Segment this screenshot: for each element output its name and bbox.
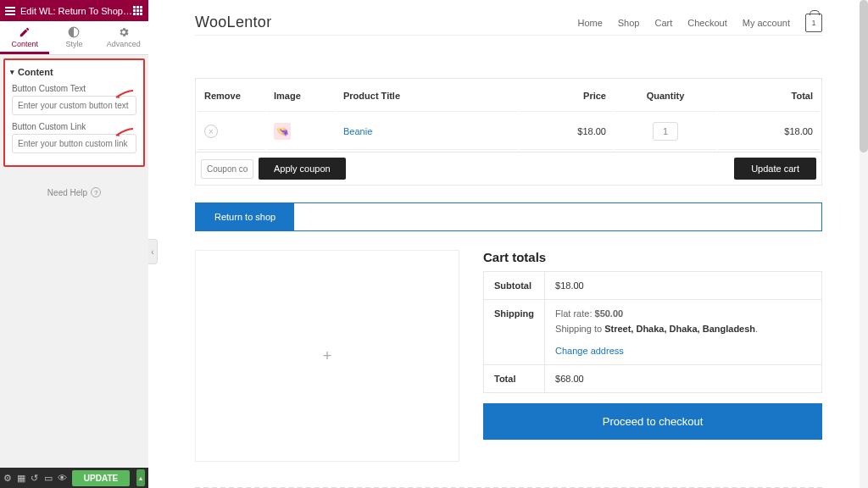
tab-label: Content [11, 40, 38, 48]
preview-icon[interactable]: 👁 [58, 472, 67, 484]
caret-down-icon: ▾ [10, 68, 14, 76]
need-help-label: Need Help [47, 188, 87, 197]
contrast-icon [68, 26, 80, 38]
update-options-caret[interactable]: ▴ [136, 469, 145, 486]
history-icon[interactable]: ↺ [31, 472, 39, 484]
col-title: Product Title [337, 80, 518, 112]
apply-coupon-button[interactable]: Apply coupon [259, 158, 346, 180]
proceed-checkout-button[interactable]: Proceed to checkout [483, 403, 822, 440]
coupon-input[interactable] [201, 159, 253, 179]
col-price: Price [520, 80, 613, 112]
nav-link-home[interactable]: Home [577, 18, 602, 28]
col-qty: Quantity [615, 80, 716, 112]
sidebar-collapse-handle[interactable]: ‹ [148, 239, 158, 264]
responsive-icon[interactable]: ▭ [44, 472, 53, 484]
panel-toggle[interactable]: ▾Content [7, 62, 142, 82]
navigator-icon[interactable]: ▦ [17, 472, 25, 484]
gear-icon [118, 26, 130, 38]
return-to-shop-button[interactable]: Return to shop [196, 203, 294, 230]
main-nav: Home Shop Cart Checkout My account [577, 18, 790, 28]
tab-label: Style [65, 40, 82, 48]
subtotal-label: Subtotal [484, 272, 545, 300]
settings-icon[interactable]: ⚙ [3, 472, 12, 484]
panel-title: Content [18, 67, 53, 77]
change-address-link[interactable]: Change address [555, 346, 811, 356]
cart-table: Remove Image Product Title Price Quantit… [195, 78, 822, 152]
scrollbar-track[interactable] [860, 0, 868, 488]
table-row: × 👒 Beanie $18.00 $18.00 [198, 114, 820, 150]
tab-advanced[interactable]: Advanced [99, 21, 148, 54]
annotation-arrow-icon [114, 89, 135, 99]
scrollbar-thumb[interactable] [860, 0, 868, 152]
add-widget-area[interactable]: + [195, 250, 459, 462]
nav-link-checkout[interactable]: Checkout [687, 18, 726, 28]
bag-count: 1 [811, 19, 815, 27]
editor-tabs: Content Style Advanced [0, 21, 148, 55]
update-button[interactable]: UPDATE [72, 470, 130, 486]
sidebar-footer: ⚙ ▦ ↺ ▭ 👁 UPDATE ▴ [0, 468, 148, 488]
product-thumb: 👒 [274, 123, 291, 140]
remove-item-button[interactable]: × [204, 125, 218, 138]
content-panel: ▾Content Button Custom Text Button Custo… [3, 58, 145, 167]
shipping-label: Shipping [484, 300, 545, 365]
tab-style[interactable]: Style [49, 21, 98, 54]
widget-title: Edit WL: Return To Shop Button [20, 6, 133, 16]
tab-label: Advanced [107, 40, 141, 48]
field-button-link: Button Custom Link [7, 120, 142, 158]
nav-link-cart[interactable]: Cart [654, 18, 672, 28]
site-header: WooLentor Home Shop Cart Checkout My acc… [195, 10, 822, 36]
row-price: $18.00 [520, 114, 613, 150]
total-value: $68.00 [545, 365, 822, 393]
shipping-to-line: Shipping to Street, Dhaka, Dhaka, Bangla… [555, 324, 811, 334]
apps-grid-icon[interactable] [133, 6, 143, 16]
subtotal-value: $18.00 [545, 272, 822, 300]
row-total: $18.00 [718, 114, 820, 150]
site-brand: WooLentor [195, 14, 271, 31]
hamburger-icon[interactable] [5, 7, 15, 15]
annotation-arrow-icon [114, 127, 135, 137]
col-remove: Remove [198, 80, 265, 112]
pencil-icon [19, 26, 31, 38]
help-icon: ? [91, 187, 101, 197]
col-image: Image [267, 80, 335, 112]
col-total: Total [718, 80, 820, 112]
plus-icon: + [323, 347, 332, 365]
nav-link-shop[interactable]: Shop [618, 18, 640, 28]
field-button-text: Button Custom Text [7, 82, 142, 120]
cart-actions-row: Apply coupon Update cart [195, 152, 822, 186]
nav-link-account[interactable]: My account [743, 18, 790, 28]
canvas-preview: WooLentor Home Shop Cart Checkout My acc… [158, 0, 860, 488]
need-help-link[interactable]: Need Help ? [0, 187, 148, 197]
total-label: Total [484, 365, 545, 393]
update-label: UPDATE [84, 474, 118, 483]
cart-bag-icon[interactable]: 1 [805, 14, 822, 32]
sidebar-header: Edit WL: Return To Shop Button [0, 0, 148, 21]
flat-rate-line: Flat rate: $50.00 [555, 308, 811, 319]
editor-sidebar: Edit WL: Return To Shop Button Content S… [0, 0, 148, 488]
cart-totals: Cart totals Subtotal $18.00 Shipping Fla… [483, 250, 822, 462]
tab-content[interactable]: Content [0, 21, 49, 54]
product-title-link[interactable]: Beanie [343, 126, 372, 136]
qty-input[interactable] [653, 122, 678, 141]
return-to-shop-row: Return to shop [195, 202, 822, 231]
update-cart-button[interactable]: Update cart [734, 158, 816, 180]
totals-heading: Cart totals [483, 250, 822, 264]
